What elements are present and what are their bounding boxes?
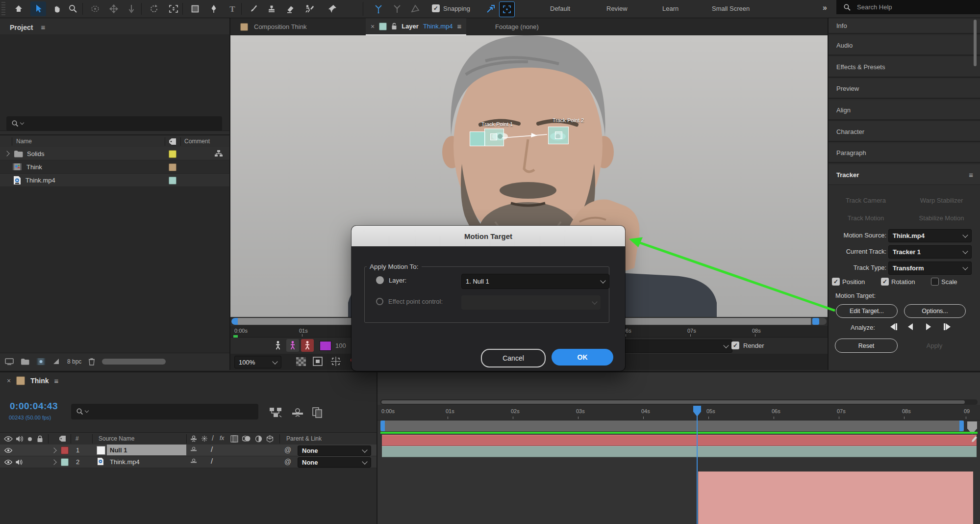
sidebar-item-paragraph[interactable]: Paragraph (829, 144, 980, 163)
transparency-grid-icon[interactable] (296, 357, 306, 366)
position-checkbox[interactable]: ✓ (832, 278, 840, 286)
composition-mini-flowchart-icon[interactable] (269, 407, 282, 419)
layer-radio-row[interactable]: Layer: (376, 276, 406, 284)
layer-viewer-menu-icon[interactable]: ≡ (457, 22, 462, 30)
hand-tool[interactable] (50, 1, 65, 16)
rotation-tool[interactable] (146, 1, 162, 16)
pen-tool[interactable] (206, 1, 222, 16)
effect-point-radio[interactable] (376, 298, 383, 305)
puppet-pin-tool[interactable] (325, 1, 340, 16)
search-options-chevron[interactable] (20, 121, 24, 125)
parent-pickwhip-icon[interactable]: @ (284, 446, 291, 454)
local-axis-mode[interactable] (371, 1, 386, 16)
snapping-toggle[interactable]: ✓ Snapping (432, 4, 470, 12)
current-track-dropdown[interactable]: Tracker 1 (888, 245, 972, 259)
snapping-checkbox[interactable]: ✓ (432, 4, 440, 12)
playhead-line[interactable] (697, 412, 698, 524)
expand-layer-chevron[interactable] (51, 459, 56, 465)
new-folder-icon[interactable] (21, 358, 29, 366)
rotation-toggle[interactable]: ✓ Rotation (881, 278, 915, 286)
track-point-2-feature[interactable] (555, 131, 562, 139)
tab-footage[interactable]: Footage (none) (495, 18, 539, 35)
tab-composition-think[interactable]: Composition Think (240, 18, 306, 35)
label-color-swatch[interactable] (169, 150, 176, 158)
track-path-option-1[interactable] (272, 339, 284, 352)
viewer-playhead-marker[interactable] (812, 318, 819, 325)
parent-dropdown[interactable]: None (298, 457, 371, 468)
path-opacity-value[interactable]: 100 (335, 342, 346, 349)
position-toggle[interactable]: ✓ Position (832, 278, 865, 286)
track-path-option-3[interactable] (301, 339, 314, 352)
frame-blend-icon[interactable] (312, 407, 323, 419)
cancel-button[interactable]: Cancel (481, 349, 546, 367)
sidebar-item-audio[interactable]: Audio (829, 36, 980, 56)
track-point-1-region[interactable] (470, 131, 485, 146)
parent-link-column[interactable]: Parent & Link (286, 435, 322, 442)
layer-name-selected[interactable]: Null 1 (107, 445, 186, 455)
project-row-think-mp4[interactable]: Think.mp4 (0, 174, 229, 187)
work-area-start-handle[interactable] (380, 420, 385, 431)
layer-label-swatch[interactable] (61, 446, 69, 454)
edit-target-button[interactable]: Edit Target... (836, 304, 898, 318)
workspace-tab-review[interactable]: Review (606, 5, 628, 12)
stabilize-motion-button[interactable]: Stabilize Motion (903, 214, 980, 222)
render-checkbox[interactable]: ✓ (731, 341, 739, 349)
dialog-layer-dropdown[interactable]: 1. Null 1 (461, 274, 609, 289)
view-axis-mode[interactable] (407, 1, 423, 16)
sidebar-item-preview[interactable]: Preview (829, 79, 980, 99)
help-search[interactable]: Search Help (836, 0, 980, 14)
work-area-bar[interactable] (380, 420, 964, 431)
motion-source-dropdown[interactable]: Think.mp4 (888, 229, 972, 242)
video-visibility-toggle[interactable] (4, 447, 13, 453)
current-time-display[interactable]: 0:00:04:43 (10, 401, 58, 412)
sidebar-scrollbar[interactable] (974, 20, 977, 66)
analyze-step-backward-button[interactable] (888, 323, 898, 331)
column-name[interactable]: Name (16, 138, 32, 145)
expand-chevron-icon[interactable] (4, 151, 9, 156)
project-row-think[interactable]: Think (0, 160, 229, 174)
apply-button[interactable]: Apply (904, 342, 965, 349)
rotation-checkbox[interactable]: ✓ (881, 278, 889, 286)
unlock-icon[interactable] (391, 23, 397, 30)
orbit-camera-tool[interactable] (87, 1, 103, 16)
track-path-option-2[interactable] (286, 339, 299, 352)
scale-toggle[interactable]: Scale (931, 278, 957, 286)
label-column-icon[interactable] (169, 138, 176, 145)
audio-toggle[interactable] (15, 459, 23, 466)
workspace-overflow-button[interactable]: » (823, 3, 827, 12)
dialog-title-bar[interactable]: Motion Target (352, 226, 625, 246)
expand-layer-chevron[interactable] (51, 447, 56, 453)
workspace-tab-default[interactable]: Default (550, 5, 570, 12)
options-button[interactable]: Options... (904, 304, 966, 318)
analyze-forward-button[interactable] (925, 323, 932, 331)
warp-stabilizer-button[interactable]: Warp Stabilizer (903, 197, 980, 204)
eraser-tool[interactable] (282, 1, 298, 16)
path-color-swatch[interactable] (320, 341, 331, 351)
comp-marker-pencil-icon[interactable] (971, 435, 978, 443)
sidebar-item-info[interactable]: Info (829, 18, 980, 34)
quality-switch[interactable]: / (211, 457, 213, 465)
render-toggle[interactable]: ✓ Render (731, 341, 764, 349)
world-axis-mode[interactable] (389, 1, 405, 16)
sidebar-item-character[interactable]: Character (829, 122, 980, 142)
zoom-tool[interactable] (65, 1, 81, 16)
shy-switch[interactable] (190, 446, 197, 454)
interpret-footage-icon[interactable] (5, 358, 14, 366)
work-area-end-handle[interactable] (959, 420, 964, 431)
tracker-panel-menu-icon[interactable]: ≡ (969, 171, 973, 179)
sidebar-item-align[interactable]: Align (829, 101, 980, 121)
layer-radio[interactable] (376, 276, 384, 284)
layer-bar-null1[interactable] (382, 435, 977, 446)
new-composition-icon[interactable] (36, 358, 46, 366)
color-depth-icon[interactable] (52, 358, 60, 366)
track-type-dropdown[interactable]: Transform (888, 262, 972, 275)
layer-name[interactable]: Think.mp4 (110, 458, 140, 466)
magnification-dropdown[interactable]: 100% (234, 356, 281, 368)
shy-icon[interactable] (291, 407, 304, 419)
track-point-1-feature[interactable] (490, 133, 497, 140)
viewer-scrollbar-left-cap[interactable] (231, 318, 238, 325)
rectangle-tool[interactable] (187, 1, 203, 16)
ok-button[interactable]: OK (552, 349, 613, 366)
analyze-step-forward-button[interactable] (943, 323, 953, 331)
effect-point-radio-row[interactable]: Effect point control: (376, 298, 443, 305)
